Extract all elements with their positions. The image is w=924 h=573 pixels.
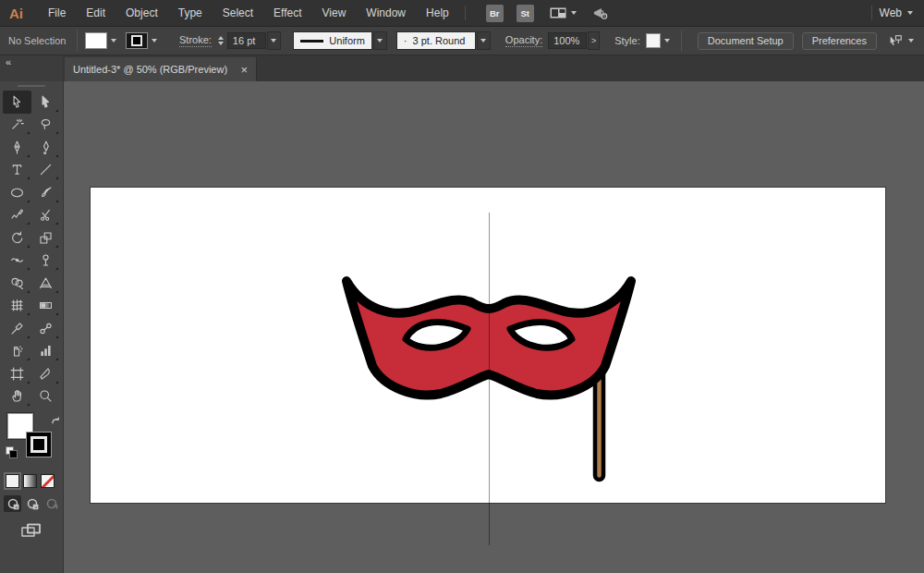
draw-normal-button[interactable] (4, 495, 21, 512)
chevron-down-icon (377, 39, 383, 43)
fill-color-swatch[interactable] (85, 32, 116, 49)
screen-mode-icon (20, 521, 43, 540)
opacity-panel-link[interactable]: Opacity: (505, 34, 542, 47)
shape-builder-tool[interactable] (3, 272, 31, 295)
line-segment-tool[interactable] (31, 159, 60, 182)
illustrator-logo: Ai (9, 6, 23, 21)
preferences-button[interactable]: Preferences (802, 32, 877, 50)
drawing-mode-row (4, 495, 63, 512)
slice-tool[interactable] (31, 362, 60, 385)
artboard-tool[interactable] (3, 362, 31, 385)
stroke-color-box (126, 32, 148, 49)
magic-wand-tool[interactable] (3, 114, 31, 137)
hand-tool[interactable] (3, 385, 31, 408)
chevron-down-icon (907, 11, 913, 15)
artboard[interactable] (91, 188, 885, 503)
type-tool[interactable] (3, 159, 31, 182)
brush-select[interactable]: · 3 pt. Round (396, 31, 491, 50)
lasso-tool[interactable] (31, 114, 60, 137)
tab-close-button[interactable]: × (240, 64, 248, 76)
document-setup-button[interactable]: Document Setup (698, 32, 794, 50)
workspace-switcher[interactable]: Web (880, 6, 913, 19)
arrange-documents-button[interactable] (549, 6, 577, 20)
eyedropper-tool[interactable] (3, 317, 31, 340)
chevron-down-icon (480, 39, 486, 43)
selection-tool[interactable] (3, 91, 31, 114)
ellipse-tool[interactable] (3, 181, 31, 204)
panel-gripper[interactable] (18, 85, 45, 87)
fill-stroke-control (7, 413, 59, 461)
selection-status: No Selection (0, 35, 69, 46)
canvas-pasteboard[interactable] (64, 81, 924, 573)
menu-bar: Ai FileEditObjectTypeSelectEffectViewWin… (0, 0, 924, 26)
draw-behind-button[interactable] (23, 495, 41, 512)
opacity-value-field[interactable]: 100% (548, 32, 587, 49)
width-profile-select[interactable]: Uniform (293, 31, 387, 50)
puppet-warp-tool[interactable] (31, 250, 60, 273)
menu-help[interactable]: Help (416, 6, 459, 19)
perspective-grid-tool[interactable] (31, 272, 60, 295)
symbol-sprayer-tool[interactable] (3, 340, 31, 363)
scale-tool[interactable] (31, 226, 60, 250)
stepper-up-icon[interactable] (218, 36, 224, 40)
rotate-tool[interactable] (3, 226, 31, 250)
curvature-tool[interactable] (31, 136, 60, 159)
swap-arrows-icon (51, 416, 61, 426)
stroke-color-control[interactable] (26, 432, 52, 457)
share-feedback-button[interactable] (591, 6, 610, 20)
style-label: Style: (614, 35, 640, 46)
color-button[interactable] (6, 474, 19, 488)
chevron-down-icon (271, 39, 276, 43)
menu-type[interactable]: Type (168, 6, 213, 19)
draw-behind-icon (26, 497, 39, 510)
scissors-tool[interactable] (31, 204, 60, 227)
width-profile-preview (300, 40, 323, 43)
control-bar: No Selection Stroke: 16 pt Uniform · 3 p… (0, 26, 924, 55)
stock-button[interactable]: St (517, 5, 534, 22)
swap-fill-stroke-button[interactable] (51, 413, 61, 430)
paintbrush-tool[interactable] (31, 181, 60, 204)
shaper-tool[interactable] (3, 204, 31, 227)
mesh-tool[interactable] (3, 295, 31, 318)
menu-window[interactable]: Window (356, 6, 416, 19)
megaphone-icon (591, 6, 610, 20)
stroke-weight-value: 16 pt (227, 32, 266, 49)
style-swatch[interactable] (646, 33, 661, 48)
width-tool[interactable] (3, 250, 31, 273)
stroke-panel-link[interactable]: Stroke: (179, 34, 212, 47)
stepper-down-icon[interactable] (218, 42, 224, 45)
bridge-button[interactable]: Br (486, 5, 504, 22)
tab-bar: « Untitled-3* @ 50% (RGB/Preview) × (0, 55, 924, 81)
opacity-options-button[interactable]: > (588, 31, 600, 50)
zoom-tool[interactable] (31, 385, 60, 408)
stroke-weight-stepper[interactable] (218, 36, 224, 45)
menu-select[interactable]: Select (213, 6, 263, 19)
divider (77, 30, 78, 51)
color-mode-row (6, 474, 63, 488)
gradient-tool[interactable] (31, 295, 60, 318)
center-guide-line (489, 213, 490, 545)
none-button[interactable] (41, 474, 55, 488)
fill-color-box (85, 32, 107, 49)
blend-tool[interactable] (31, 317, 60, 340)
select-similar-icon (886, 33, 905, 48)
tool-panel-collapse-button[interactable]: « (0, 55, 63, 81)
document-tab[interactable]: Untitled-3* @ 50% (RGB/Preview) × (65, 57, 257, 81)
stroke-color-swatch[interactable] (126, 32, 157, 49)
gradient-button[interactable] (23, 474, 37, 488)
draw-inside-button[interactable] (43, 495, 60, 512)
mask-artwork (91, 188, 885, 503)
select-similar-button[interactable] (886, 33, 914, 48)
menu-file[interactable]: File (38, 6, 76, 19)
pen-tool[interactable] (3, 136, 31, 159)
divider (465, 6, 466, 20)
screen-mode-button[interactable] (0, 521, 63, 540)
menu-object[interactable]: Object (116, 6, 168, 19)
menu-effect[interactable]: Effect (263, 6, 311, 19)
stroke-weight-select[interactable]: 16 pt (227, 31, 281, 50)
direct-selection-tool[interactable] (31, 91, 60, 114)
menu-edit[interactable]: Edit (76, 6, 116, 19)
draw-inside-icon (45, 497, 58, 510)
menu-view[interactable]: View (312, 6, 357, 19)
column-graph-tool[interactable] (31, 340, 60, 363)
